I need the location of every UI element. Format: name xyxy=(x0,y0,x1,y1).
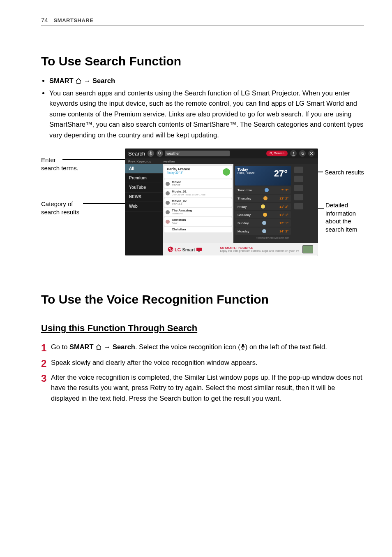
forecast-temp: 11° 1° xyxy=(279,213,288,217)
result-title: The Amazing xyxy=(172,209,230,212)
weather-icon xyxy=(263,213,267,217)
page-number: 74 xyxy=(41,16,48,23)
label-detail: Detailed information about the search it… xyxy=(325,201,357,233)
search-input[interactable]: weather xyxy=(165,151,230,156)
tagline-l2: Enjoy the best premium content, apps and… xyxy=(220,249,299,252)
result-thumb-icon xyxy=(166,201,170,205)
svg-rect-11 xyxy=(198,251,200,252)
back-icon[interactable] xyxy=(299,150,306,157)
thumb-item[interactable] xyxy=(294,176,303,182)
sidebar-item-youtube[interactable]: YouTube xyxy=(125,183,163,193)
label-enter-terms-l2: search terms. xyxy=(41,165,78,172)
result-title: Christian xyxy=(172,218,230,222)
result-thumb-icon xyxy=(166,191,170,195)
result-row[interactable]: Movie_02DTV 15-1 xyxy=(164,198,232,207)
app-topbar: Search weather Search xyxy=(125,149,318,158)
step1-arrow: → xyxy=(102,343,113,350)
weather-icon xyxy=(261,204,265,209)
forecast-row[interactable]: Friday11° 2° xyxy=(235,203,291,210)
result-sub: Nowatchd xyxy=(172,212,230,215)
forecast-day: Sunday xyxy=(238,221,249,225)
result-thumb-icon xyxy=(166,182,170,186)
step1-post: . Select the voice recognition icon ( xyxy=(135,343,240,350)
result-row[interactable]: ChristianActor xyxy=(164,217,232,226)
label-category: Category of search results xyxy=(41,200,79,216)
smart-label: SMART xyxy=(49,77,74,84)
search-button-label: Search xyxy=(274,151,284,156)
weather-temp: 27° xyxy=(274,168,288,179)
thumb-item[interactable] xyxy=(294,194,303,200)
prev-keywords-value[interactable]: weather xyxy=(163,160,175,163)
close-icon[interactable] xyxy=(308,150,315,157)
forecast-row[interactable]: Monday14° 3° xyxy=(235,227,291,235)
weather-today[interactable]: Today Paris, France 27° xyxy=(235,166,291,186)
forecast-temp: 7° 3° xyxy=(281,188,288,192)
forecast-row[interactable]: Saturday11° 1° xyxy=(235,211,291,218)
result-title: Movie_01 xyxy=(172,190,230,193)
forecast-row[interactable]: Thursday13° 2° xyxy=(235,195,291,202)
app-body: All Premium YouTube NEWS Web Paris, Fran… xyxy=(125,164,318,255)
svg-rect-0 xyxy=(150,151,152,154)
search-button[interactable]: Search xyxy=(266,151,288,156)
app-footer: LG Smart SO SMART, IT'S SIMPLE Enjoy the… xyxy=(163,243,318,255)
thumb-item[interactable] xyxy=(294,185,303,191)
forecast-day: Monday xyxy=(238,230,249,233)
label-category-l1: Category of xyxy=(41,200,73,207)
step1-smart: SMART xyxy=(69,343,94,350)
login-icon[interactable] xyxy=(290,150,297,157)
mic-icon[interactable] xyxy=(148,150,154,157)
result-hero-title: Paris, France xyxy=(167,167,229,171)
step1-search: Search xyxy=(113,343,135,350)
forecast-row[interactable]: Sunday12° 1° xyxy=(235,219,291,227)
result-row[interactable]: Christian xyxy=(164,227,232,232)
result-row[interactable]: The AmazingNowatchd xyxy=(164,208,232,216)
label-results: Search results xyxy=(325,168,364,176)
thumb-item[interactable] xyxy=(294,167,303,173)
label-detail-l2: information xyxy=(325,210,356,217)
forecast-row[interactable]: Tomorrow7° 3° xyxy=(235,186,291,194)
sidebar-item-news[interactable]: NEWS xyxy=(125,193,163,202)
sidebar-item-premium[interactable]: Premium xyxy=(125,174,163,183)
result-row[interactable]: MovieDTV 2T xyxy=(164,179,232,188)
right-thumb-strip xyxy=(293,164,305,255)
result-row[interactable]: Movie_01DTV 25-99 Today 17:10~17:55 xyxy=(164,189,232,197)
logo-text: Smart xyxy=(182,247,195,252)
play-icon[interactable] xyxy=(223,168,230,176)
step-3: After the voice recognition is completed… xyxy=(41,372,364,404)
result-sub: Actor xyxy=(172,222,230,224)
section-title-voice: To Use the Voice Recognition Function xyxy=(41,292,364,306)
callout-line xyxy=(83,203,127,204)
page: 74 SMARTSHARE To Use Search Function SMA… xyxy=(0,0,392,432)
label-detail-l4: search item xyxy=(325,226,357,233)
result-hero[interactable]: Paris, France Today 30° 3° xyxy=(164,166,232,179)
svg-rect-10 xyxy=(196,248,202,251)
step-2: Speak slowly and clearly after the voice… xyxy=(41,357,364,368)
label-enter-terms-l1: Enter xyxy=(41,156,56,163)
voice-steps: Go to SMART → Search. Select the voice r… xyxy=(41,342,364,404)
result-hero-sub: Today 30° 3° xyxy=(167,171,229,174)
search-icon[interactable] xyxy=(157,150,163,157)
weather-icon xyxy=(263,196,267,200)
results-area: Paris, France Today 30° 3° MovieDTV 2T M… xyxy=(163,164,318,255)
result-sub: DTV 2T xyxy=(172,184,230,186)
detail-panel: Today Paris, France 27° Tomorrow7° 3° Th… xyxy=(233,164,293,255)
thumb-item[interactable] xyxy=(294,203,303,209)
forecast-day: Saturday xyxy=(238,213,251,217)
step1-pre: Go to xyxy=(51,343,69,350)
lg-logo: LG Smart xyxy=(168,246,202,252)
sidebar-item-all[interactable]: All xyxy=(125,164,163,174)
forecast-temp: 11° 2° xyxy=(279,205,288,209)
sidebar-item-web[interactable]: Web xyxy=(125,202,163,211)
label-category-l2: search results xyxy=(41,209,79,216)
arrow: → xyxy=(84,77,91,84)
subheading-using-search: Using this Function Through Search xyxy=(41,323,364,334)
result-sub: DTV 25-99 Today 17:10~17:55 xyxy=(172,193,230,196)
label-detail-l1: Detailed xyxy=(325,202,348,209)
home-icon xyxy=(75,77,82,87)
running-header: 74 SMARTSHARE xyxy=(41,16,364,26)
search-label: Search xyxy=(92,77,115,84)
bullet-smart-search: SMART → Search xyxy=(49,76,364,87)
step-1: Go to SMART → Search. Select the voice r… xyxy=(41,342,364,353)
prev-keywords-label: Prev. Keywords xyxy=(128,160,151,163)
label-enter-terms: Enter search terms. xyxy=(41,156,78,172)
